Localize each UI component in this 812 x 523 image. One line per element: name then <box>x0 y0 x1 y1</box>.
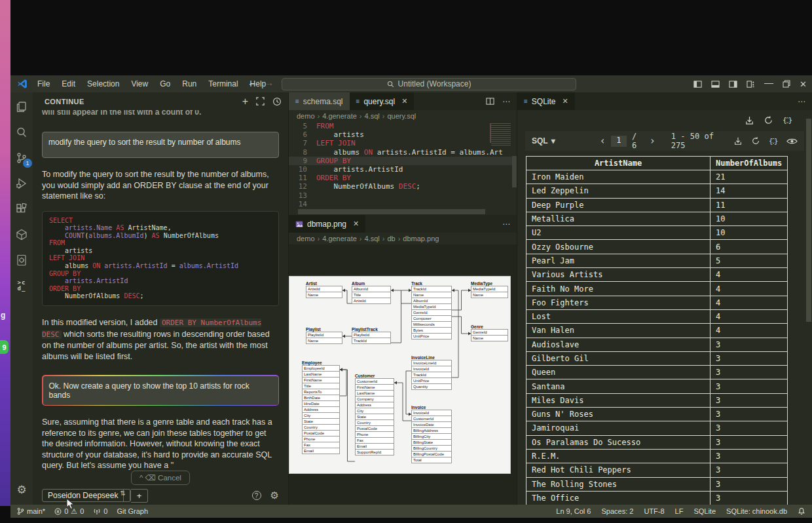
explorer-icon[interactable] <box>14 99 29 115</box>
menu-run[interactable]: Run <box>177 78 201 90</box>
table-row[interactable]: Various Artists4 <box>526 268 788 282</box>
ports-indicator[interactable]: 0 <box>93 507 107 515</box>
tab-dbmap-png[interactable]: dbmap.png ✕ <box>289 215 365 233</box>
editor-vertical-scrollbar[interactable] <box>512 156 517 187</box>
language-mode[interactable]: SQLite <box>693 507 716 515</box>
table-row[interactable]: Queen3 <box>526 366 788 379</box>
encoding[interactable]: UTF-8 <box>644 507 664 515</box>
table-row[interactable]: U210 <box>526 226 788 240</box>
table-row[interactable]: Audioslave3 <box>526 338 788 351</box>
breadcrumb-item[interactable]: query.sql <box>387 112 416 120</box>
breadcrumb-item[interactable]: dbmap.png <box>403 235 439 242</box>
indentation[interactable]: Spaces: 2 <box>601 507 633 515</box>
sqlite-db-indicator[interactable]: SQLite: chinook.db <box>726 507 787 515</box>
cancel-generation-button[interactable]: ^ ⌫ Cancel <box>131 471 190 485</box>
git-graph-button[interactable]: Git Graph <box>117 507 148 515</box>
braces-sync-icon[interactable]: {} <box>783 115 792 125</box>
breadcrumb-item[interactable]: 4.generate <box>322 235 357 242</box>
chat-settings-gear-icon[interactable]: ⚙ <box>270 490 279 501</box>
cursor-position[interactable]: Ln 9, Col 6 <box>556 507 591 515</box>
breadcrumb-item[interactable]: 4.sql <box>364 112 379 120</box>
more-actions-icon[interactable]: ⋯ <box>798 97 805 106</box>
table-row[interactable]: The Rolling Stones3 <box>526 477 788 491</box>
toggle-secondary-sidebar-icon[interactable] <box>729 80 737 88</box>
branch-indicator[interactable]: main* <box>17 507 45 515</box>
continue-extension-icon[interactable]: >cd_ <box>14 278 29 294</box>
new-session-icon[interactable]: + <box>242 96 248 107</box>
table-row[interactable]: Iron Maiden21 <box>526 170 788 184</box>
table-row[interactable]: Foo Fighters4 <box>526 296 788 309</box>
table-row[interactable]: Gilberto Gil3 <box>526 351 788 365</box>
breadcrumb[interactable]: demo›4.generate›4.sql›db›dbmap.png <box>289 233 517 244</box>
table-row[interactable]: Jamiroquai3 <box>526 421 788 435</box>
tab-query-sql[interactable]: ≡ query.sql ✕ <box>350 92 415 110</box>
tab-sqlite[interactable]: ≡ SQLite ✕ <box>517 92 575 110</box>
breadcrumb-item[interactable]: 4.generate <box>322 112 357 120</box>
breadcrumb-item[interactable]: demo <box>297 112 315 120</box>
menu-file[interactable]: File <box>33 78 54 90</box>
sql-code-editor[interactable]: 5FROM6 artists7LEFT JOIN8 albums ON arti… <box>289 122 517 208</box>
breadcrumb-item[interactable]: 4.sql <box>364 235 379 242</box>
chat-scroll-area[interactable]: will still appear in the list with a cou… <box>33 110 288 471</box>
table-row[interactable]: Metallica10 <box>526 212 788 225</box>
fullscreen-icon[interactable] <box>256 97 265 106</box>
braces-sync-icon[interactable]: {} <box>769 136 778 145</box>
history-icon[interactable] <box>272 97 282 106</box>
table-row[interactable]: Os Paralamas Do Sucesso3 <box>526 435 788 449</box>
table-row[interactable]: The Office3 <box>526 491 788 505</box>
column-header[interactable]: NumberOfAlbums <box>710 157 788 170</box>
run-debug-icon[interactable] <box>14 176 29 191</box>
eol[interactable]: LF <box>675 507 684 515</box>
menu-view[interactable]: View <box>126 78 153 90</box>
table-row[interactable]: Lost4 <box>526 309 788 323</box>
table-row[interactable]: Guns N' Roses3 <box>526 408 788 421</box>
menu-selection[interactable]: Selection <box>83 78 124 90</box>
container-cube-icon[interactable] <box>14 227 29 242</box>
source-control-icon[interactable]: 1 <box>14 150 29 166</box>
split-editor-icon[interactable] <box>486 97 494 106</box>
manage-gear-icon[interactable]: ⚙ <box>16 483 26 497</box>
breadcrumb[interactable]: demo›4.generate›4.sql›query.sql <box>289 110 517 122</box>
table-row[interactable]: Faith No More4 <box>526 282 788 296</box>
toggle-panel-icon[interactable] <box>711 80 720 88</box>
close-tab-icon[interactable]: ✕ <box>353 220 359 228</box>
back-arrow-icon[interactable]: ← <box>248 77 257 88</box>
more-actions-icon[interactable]: ⋯ <box>502 97 510 106</box>
more-actions-icon[interactable]: ⋯ <box>502 220 510 229</box>
minimize-button[interactable]: — <box>764 77 773 88</box>
menu-go[interactable]: Go <box>155 78 175 90</box>
close-tab-icon[interactable]: ✕ <box>563 97 568 106</box>
breadcrumb-item[interactable]: db <box>387 235 395 242</box>
notifications-bell-icon[interactable] <box>798 507 805 515</box>
table-row[interactable]: Led Zeppelin14 <box>526 184 788 198</box>
editor-horizontal-scrollbar[interactable] <box>289 208 517 215</box>
minimap[interactable] <box>491 123 511 147</box>
command-center-search[interactable]: Untitled (Workspace) <box>282 78 576 90</box>
restore-button[interactable] <box>783 80 790 88</box>
close-tab-icon[interactable]: ✕ <box>401 97 407 106</box>
column-header[interactable]: ArtistName <box>526 157 710 170</box>
refresh-icon[interactable] <box>764 115 773 125</box>
page-number-input[interactable]: 1 <box>611 136 627 147</box>
mode-dropdown[interactable]: SQL▾ <box>532 136 555 145</box>
add-model-button[interactable]: + <box>131 489 149 503</box>
table-row[interactable]: Miles Davis3 <box>526 393 788 407</box>
close-button[interactable]: ✕ <box>800 79 807 89</box>
tab-schema-sql[interactable]: ≡ schema.sql <box>289 92 350 110</box>
export-icon[interactable] <box>745 115 754 125</box>
prev-page-icon[interactable]: ‹ <box>600 135 606 147</box>
table-row[interactable]: Santana3 <box>526 379 788 393</box>
help-icon[interactable]: ? <box>252 491 261 500</box>
user-message[interactable]: modify the query to sort the result by n… <box>42 132 279 158</box>
refresh-icon[interactable] <box>751 136 760 145</box>
eye-icon[interactable] <box>786 136 798 146</box>
table-row[interactable]: Deep Purple11 <box>526 198 788 212</box>
extensions-icon[interactable] <box>14 201 29 217</box>
next-page-icon[interactable]: › <box>650 135 655 147</box>
model-selector[interactable]: Poseidon Deepseek ⇅ <box>42 489 131 502</box>
menu-terminal[interactable]: Terminal <box>204 78 242 90</box>
customize-layout-icon[interactable] <box>747 80 755 88</box>
breadcrumb-item[interactable]: demo <box>297 235 315 242</box>
menu-edit[interactable]: Edit <box>57 78 80 90</box>
panel-vertical-scrollbar[interactable] <box>806 119 811 322</box>
